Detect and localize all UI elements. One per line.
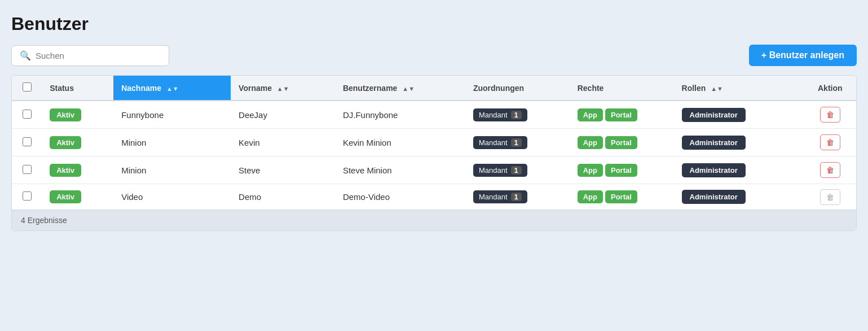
- row-rolle-0: Administrator: [674, 101, 804, 129]
- table-row: Aktiv Video Demo Demo-Video Mandant 1 Ap…: [12, 184, 856, 210]
- col-benutzername[interactable]: Benutzername ▲▼: [335, 76, 465, 101]
- sort-arrows-nachname: ▲▼: [166, 85, 179, 92]
- col-aktion: Aktion: [804, 76, 856, 101]
- rechte-badge-3-1: Portal: [605, 190, 637, 203]
- mandant-badge-3: Mandant 1: [473, 190, 527, 203]
- row-aktion-2: 🗑: [804, 156, 856, 184]
- row-rolle-1: Administrator: [674, 129, 804, 156]
- row-rechte-0: AppPortal: [570, 101, 674, 129]
- rechte-badge-3-0: App: [578, 190, 603, 203]
- row-rechte-3: AppPortal: [570, 184, 674, 210]
- rechte-badge-2-1: Portal: [605, 164, 637, 177]
- row-status-3: Aktiv: [42, 184, 113, 210]
- sort-arrows-vorname: ▲▼: [277, 85, 289, 92]
- sort-arrows-rollen: ▲▼: [711, 85, 723, 92]
- row-rechte-2: AppPortal: [570, 156, 674, 184]
- table-row: Aktiv Minion Kevin Kevin Minion Mandant …: [12, 129, 856, 156]
- rechte-badge-1-1: Portal: [605, 136, 637, 149]
- sort-arrows-benutzername: ▲▼: [402, 85, 415, 92]
- row-rolle-2: Administrator: [674, 156, 804, 184]
- table-row: Aktiv Funnybone DeeJay DJ.Funnybone Mand…: [12, 101, 856, 129]
- page-title: Benutzer: [11, 14, 857, 34]
- row-zuordnung-3: Mandant 1: [465, 184, 570, 210]
- row-benutzername-1: Kevin Minion: [335, 129, 465, 156]
- row-status-2: Aktiv: [42, 156, 113, 184]
- row-nachname-1: Minion: [113, 129, 231, 156]
- row-aktion-3: 🗑: [804, 184, 856, 210]
- col-rollen[interactable]: Rollen ▲▼: [674, 76, 804, 101]
- delete-button-2[interactable]: 🗑: [820, 162, 840, 178]
- mandant-badge-2: Mandant 1: [473, 164, 527, 177]
- col-nachname[interactable]: Nachname ▲▼: [113, 76, 231, 101]
- row-benutzername-2: Steve Minion: [335, 156, 465, 184]
- row-zuordnung-2: Mandant 1: [465, 156, 570, 184]
- delete-button-disabled-3: 🗑: [820, 189, 840, 205]
- row-rechte-1: AppPortal: [570, 129, 674, 156]
- rechte-badge-0-1: Portal: [605, 108, 637, 121]
- row-vorname-0: DeeJay: [231, 101, 335, 129]
- select-all-header[interactable]: [12, 76, 42, 101]
- row-aktion-0: 🗑: [804, 101, 856, 129]
- search-box[interactable]: 🔍: [11, 45, 169, 66]
- admin-badge-3: Administrator: [682, 190, 746, 204]
- row-zuordnung-0: Mandant 1: [465, 101, 570, 129]
- delete-button-1[interactable]: 🗑: [820, 134, 840, 150]
- users-table: Status Nachname ▲▼ Vorname ▲▼ Benutzerna…: [12, 76, 856, 210]
- add-user-button[interactable]: + Benutzer anlegen: [749, 45, 857, 66]
- mandant-badge-0: Mandant 1: [473, 108, 527, 121]
- mandant-badge-1: Mandant 1: [473, 136, 527, 149]
- table-row: Aktiv Minion Steve Steve Minion Mandant …: [12, 156, 856, 184]
- status-badge-0: Aktiv: [50, 108, 81, 121]
- status-badge-3: Aktiv: [50, 190, 81, 203]
- rechte-badge-0-0: App: [578, 108, 603, 121]
- search-icon: 🔍: [20, 50, 31, 61]
- select-all-checkbox[interactable]: [23, 82, 32, 92]
- row-checkbox-cell[interactable]: [12, 129, 42, 156]
- admin-badge-0: Administrator: [682, 108, 746, 122]
- table-header: Status Nachname ▲▼ Vorname ▲▼ Benutzerna…: [12, 76, 856, 101]
- table-body: Aktiv Funnybone DeeJay DJ.Funnybone Mand…: [12, 101, 856, 210]
- row-checkbox-cell[interactable]: [12, 156, 42, 184]
- row-checkbox-2[interactable]: [23, 165, 32, 174]
- row-nachname-0: Funnybone: [113, 101, 231, 129]
- row-checkbox-cell[interactable]: [12, 101, 42, 129]
- status-badge-2: Aktiv: [50, 164, 81, 177]
- row-rolle-3: Administrator: [674, 184, 804, 210]
- row-benutzername-3: Demo-Video: [335, 184, 465, 210]
- row-vorname-3: Demo: [231, 184, 335, 210]
- delete-button-0[interactable]: 🗑: [820, 107, 840, 123]
- col-status: Status: [42, 76, 113, 101]
- row-checkbox-0[interactable]: [23, 110, 32, 119]
- row-checkbox-cell[interactable]: [12, 184, 42, 210]
- admin-badge-2: Administrator: [682, 163, 746, 177]
- col-vorname[interactable]: Vorname ▲▼: [231, 76, 335, 101]
- row-vorname-1: Kevin: [231, 129, 335, 156]
- rechte-badge-2-0: App: [578, 164, 603, 177]
- toolbar: 🔍 + Benutzer anlegen: [11, 45, 857, 66]
- row-status-1: Aktiv: [42, 129, 113, 156]
- users-table-container: Status Nachname ▲▼ Vorname ▲▼ Benutzerna…: [11, 75, 857, 231]
- rechte-badge-1-0: App: [578, 136, 603, 149]
- row-checkbox-1[interactable]: [23, 137, 32, 146]
- row-nachname-3: Video: [113, 184, 231, 210]
- row-zuordnung-1: Mandant 1: [465, 129, 570, 156]
- row-nachname-2: Minion: [113, 156, 231, 184]
- row-benutzername-0: DJ.Funnybone: [335, 101, 465, 129]
- admin-badge-1: Administrator: [682, 136, 746, 150]
- col-zuordnungen: Zuordnungen: [465, 76, 570, 101]
- search-input[interactable]: [36, 51, 161, 60]
- row-aktion-1: 🗑: [804, 129, 856, 156]
- status-badge-1: Aktiv: [50, 136, 81, 149]
- result-count: 4 Ergebnisse: [12, 210, 856, 230]
- row-status-0: Aktiv: [42, 101, 113, 129]
- col-rechte: Rechte: [570, 76, 674, 101]
- row-checkbox-3[interactable]: [23, 191, 32, 201]
- row-vorname-2: Steve: [231, 156, 335, 184]
